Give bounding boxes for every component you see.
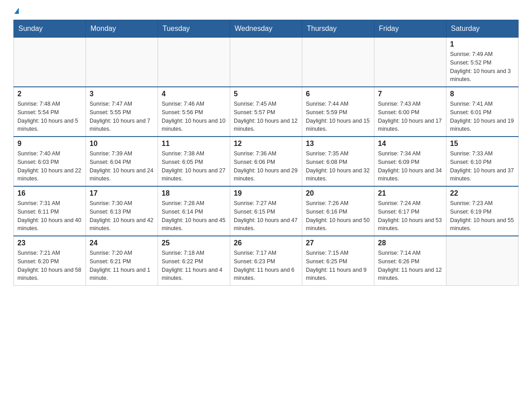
day-info: Sunrise: 7:15 AM Sunset: 6:25 PM Dayligh…: [306, 249, 370, 283]
day-info: Sunrise: 7:34 AM Sunset: 6:09 PM Dayligh…: [378, 150, 442, 183]
day-info: Sunrise: 7:24 AM Sunset: 6:17 PM Dayligh…: [378, 199, 442, 233]
day-info: Sunrise: 7:14 AM Sunset: 6:26 PM Dayligh…: [378, 249, 442, 283]
day-number: 9: [17, 140, 82, 148]
calendar-cell: 8Sunrise: 7:41 AM Sunset: 6:01 PM Daylig…: [446, 87, 519, 137]
calendar-cell: 17Sunrise: 7:30 AM Sunset: 6:13 PM Dayli…: [86, 186, 158, 236]
calendar-cell: 28Sunrise: 7:14 AM Sunset: 6:26 PM Dayli…: [374, 236, 446, 286]
calendar-week-5: 23Sunrise: 7:21 AM Sunset: 6:20 PM Dayli…: [14, 236, 519, 286]
calendar-cell: 13Sunrise: 7:35 AM Sunset: 6:08 PM Dayli…: [302, 137, 374, 186]
calendar-cell: [86, 38, 158, 87]
calendar-cell: [446, 236, 519, 286]
day-info: Sunrise: 7:36 AM Sunset: 6:06 PM Dayligh…: [234, 150, 298, 183]
day-number: 12: [234, 140, 298, 148]
day-number: 16: [17, 189, 82, 197]
calendar-table: SundayMondayTuesdayWednesdayThursdayFrid…: [13, 20, 519, 286]
logo: [13, 9, 19, 15]
day-number: 1: [450, 40, 515, 48]
calendar-cell: 20Sunrise: 7:26 AM Sunset: 6:16 PM Dayli…: [302, 186, 374, 236]
day-number: 8: [450, 90, 515, 98]
day-info: Sunrise: 7:40 AM Sunset: 6:03 PM Dayligh…: [17, 150, 82, 183]
day-info: Sunrise: 7:17 AM Sunset: 6:23 PM Dayligh…: [234, 249, 298, 283]
day-info: Sunrise: 7:20 AM Sunset: 6:21 PM Dayligh…: [90, 249, 154, 283]
day-info: Sunrise: 7:45 AM Sunset: 5:57 PM Dayligh…: [234, 100, 298, 133]
calendar-week-2: 2Sunrise: 7:48 AM Sunset: 5:54 PM Daylig…: [14, 87, 519, 137]
calendar-cell: 2Sunrise: 7:48 AM Sunset: 5:54 PM Daylig…: [14, 87, 86, 137]
day-number: 27: [306, 239, 370, 247]
weekday-header-thursday: Thursday: [302, 20, 374, 38]
calendar-cell: 14Sunrise: 7:34 AM Sunset: 6:09 PM Dayli…: [374, 137, 446, 186]
calendar-cell: 23Sunrise: 7:21 AM Sunset: 6:20 PM Dayli…: [14, 236, 86, 286]
weekday-header-wednesday: Wednesday: [230, 20, 302, 38]
logo-arrow-icon: [14, 8, 19, 14]
day-number: 14: [378, 140, 442, 148]
day-number: 15: [450, 140, 515, 148]
day-info: Sunrise: 7:49 AM Sunset: 5:52 PM Dayligh…: [450, 50, 515, 84]
day-info: Sunrise: 7:28 AM Sunset: 6:14 PM Dayligh…: [162, 199, 226, 233]
day-number: 25: [162, 239, 226, 247]
day-number: 19: [234, 189, 298, 197]
day-info: Sunrise: 7:26 AM Sunset: 6:16 PM Dayligh…: [306, 199, 370, 233]
calendar-cell: 26Sunrise: 7:17 AM Sunset: 6:23 PM Dayli…: [230, 236, 302, 286]
day-number: 17: [90, 189, 154, 197]
day-info: Sunrise: 7:33 AM Sunset: 6:10 PM Dayligh…: [450, 150, 515, 183]
day-number: 23: [17, 239, 82, 247]
calendar-cell: [302, 38, 374, 87]
day-info: Sunrise: 7:39 AM Sunset: 6:04 PM Dayligh…: [90, 150, 154, 183]
day-number: 5: [234, 90, 298, 98]
day-number: 21: [378, 189, 442, 197]
calendar-cell: 22Sunrise: 7:23 AM Sunset: 6:19 PM Dayli…: [446, 186, 519, 236]
day-number: 24: [90, 239, 154, 247]
day-info: Sunrise: 7:18 AM Sunset: 6:22 PM Dayligh…: [162, 249, 226, 283]
day-number: 26: [234, 239, 298, 247]
day-number: 7: [378, 90, 442, 98]
day-info: Sunrise: 7:21 AM Sunset: 6:20 PM Dayligh…: [17, 249, 82, 283]
calendar-cell: 24Sunrise: 7:20 AM Sunset: 6:21 PM Dayli…: [86, 236, 158, 286]
weekday-header-saturday: Saturday: [446, 20, 519, 38]
day-number: 6: [306, 90, 370, 98]
day-number: 4: [162, 90, 226, 98]
day-number: 20: [306, 189, 370, 197]
calendar-week-4: 16Sunrise: 7:31 AM Sunset: 6:11 PM Dayli…: [14, 186, 519, 236]
calendar-cell: [374, 38, 446, 87]
day-info: Sunrise: 7:35 AM Sunset: 6:08 PM Dayligh…: [306, 150, 370, 183]
day-info: Sunrise: 7:43 AM Sunset: 6:00 PM Dayligh…: [378, 100, 442, 133]
day-info: Sunrise: 7:30 AM Sunset: 6:13 PM Dayligh…: [90, 199, 154, 233]
calendar-cell: 1Sunrise: 7:49 AM Sunset: 5:52 PM Daylig…: [446, 38, 519, 87]
calendar-cell: 7Sunrise: 7:43 AM Sunset: 6:00 PM Daylig…: [374, 87, 446, 137]
calendar-cell: 10Sunrise: 7:39 AM Sunset: 6:04 PM Dayli…: [86, 137, 158, 186]
calendar-cell: 11Sunrise: 7:38 AM Sunset: 6:05 PM Dayli…: [158, 137, 230, 186]
calendar-cell: 15Sunrise: 7:33 AM Sunset: 6:10 PM Dayli…: [446, 137, 519, 186]
calendar-cell: 19Sunrise: 7:27 AM Sunset: 6:15 PM Dayli…: [230, 186, 302, 236]
page-header: [13, 9, 519, 15]
calendar-cell: [14, 38, 86, 87]
calendar-cell: 4Sunrise: 7:46 AM Sunset: 5:56 PM Daylig…: [158, 87, 230, 137]
day-info: Sunrise: 7:47 AM Sunset: 5:55 PM Dayligh…: [90, 100, 154, 133]
calendar-week-1: 1Sunrise: 7:49 AM Sunset: 5:52 PM Daylig…: [14, 38, 519, 87]
calendar-cell: 12Sunrise: 7:36 AM Sunset: 6:06 PM Dayli…: [230, 137, 302, 186]
day-number: 18: [162, 189, 226, 197]
day-number: 22: [450, 189, 515, 197]
weekday-header-sunday: Sunday: [14, 20, 86, 38]
calendar-cell: [230, 38, 302, 87]
day-number: 10: [90, 140, 154, 148]
weekday-header-monday: Monday: [86, 20, 158, 38]
weekday-header-row: SundayMondayTuesdayWednesdayThursdayFrid…: [14, 20, 519, 38]
day-info: Sunrise: 7:44 AM Sunset: 5:59 PM Dayligh…: [306, 100, 370, 133]
weekday-header-tuesday: Tuesday: [158, 20, 230, 38]
calendar-cell: 5Sunrise: 7:45 AM Sunset: 5:57 PM Daylig…: [230, 87, 302, 137]
calendar-cell: 25Sunrise: 7:18 AM Sunset: 6:22 PM Dayli…: [158, 236, 230, 286]
day-number: 3: [90, 90, 154, 98]
calendar-cell: 9Sunrise: 7:40 AM Sunset: 6:03 PM Daylig…: [14, 137, 86, 186]
calendar-cell: 6Sunrise: 7:44 AM Sunset: 5:59 PM Daylig…: [302, 87, 374, 137]
weekday-header-friday: Friday: [374, 20, 446, 38]
day-info: Sunrise: 7:27 AM Sunset: 6:15 PM Dayligh…: [234, 199, 298, 233]
day-number: 13: [306, 140, 370, 148]
day-info: Sunrise: 7:31 AM Sunset: 6:11 PM Dayligh…: [17, 199, 82, 233]
calendar-week-3: 9Sunrise: 7:40 AM Sunset: 6:03 PM Daylig…: [14, 137, 519, 186]
day-info: Sunrise: 7:48 AM Sunset: 5:54 PM Dayligh…: [17, 100, 82, 133]
day-number: 28: [378, 239, 442, 247]
day-info: Sunrise: 7:38 AM Sunset: 6:05 PM Dayligh…: [162, 150, 226, 183]
day-info: Sunrise: 7:46 AM Sunset: 5:56 PM Dayligh…: [162, 100, 226, 133]
calendar-cell: 18Sunrise: 7:28 AM Sunset: 6:14 PM Dayli…: [158, 186, 230, 236]
day-info: Sunrise: 7:23 AM Sunset: 6:19 PM Dayligh…: [450, 199, 515, 233]
